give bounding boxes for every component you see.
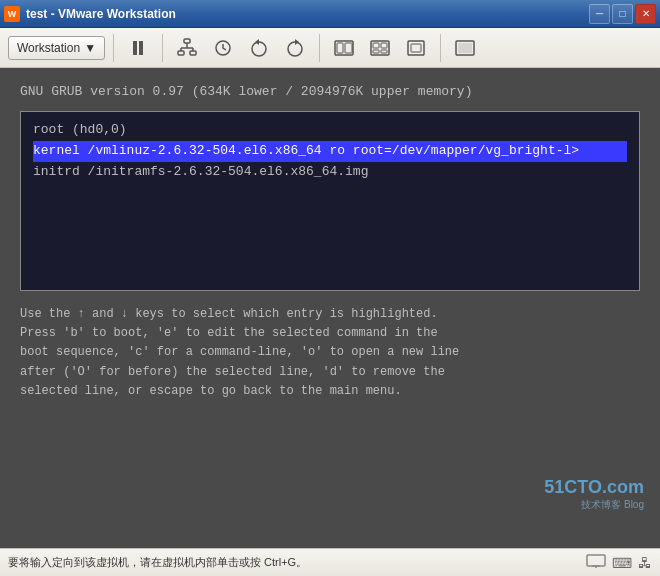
grub-line-2: initrd /initramfs-2.6.32-504.el6.x86_64.… [33, 162, 627, 183]
revert-button[interactable] [243, 34, 275, 62]
workstation-label: Workstation [17, 41, 80, 55]
svg-rect-22 [587, 555, 605, 566]
title-bar: W test - VMware Workstation ─ □ ✕ [0, 0, 660, 28]
toolbar-separator-4 [440, 34, 441, 62]
svg-rect-2 [190, 51, 196, 55]
splitscreen-icon [370, 40, 390, 56]
network-icon [177, 38, 197, 58]
vm-status-icon [586, 554, 606, 571]
workstation-dropdown-icon: ▼ [84, 41, 96, 55]
watermark: 51CTO.com 技术博客 Blog [544, 477, 644, 512]
status-right: ⌨ 🖧 [586, 554, 652, 571]
keyboard-status-icon: ⌨ [612, 555, 632, 571]
console-button[interactable] [449, 34, 481, 62]
svg-rect-17 [381, 50, 387, 53]
window-title: test - VMware Workstation [26, 7, 176, 21]
svg-rect-16 [373, 50, 379, 53]
snapshot-icon [213, 38, 233, 58]
pause-button[interactable] [122, 34, 154, 62]
revert-icon [249, 38, 269, 58]
app-icon: W [4, 6, 20, 22]
grub-menu-box: root (hd0,0) kernel /vmlinuz-2.6.32-504.… [20, 111, 640, 291]
vm-display[interactable]: GNU GRUB version 0.97 (634K lower / 2094… [0, 68, 660, 548]
toolbar-separator-3 [319, 34, 320, 62]
svg-rect-1 [178, 51, 184, 55]
pause-icon [133, 41, 143, 55]
resize-button[interactable] [400, 34, 432, 62]
console-icon [455, 40, 475, 56]
forward-icon [285, 38, 305, 58]
title-controls: ─ □ ✕ [589, 4, 656, 24]
splitscreen-button[interactable] [364, 34, 396, 62]
title-left: W test - VMware Workstation [4, 6, 176, 22]
grub-selected-line: kernel /vmlinuz-2.6.32-504.el6.x86_64 ro… [33, 141, 627, 162]
workstation-menu-button[interactable]: Workstation ▼ [8, 36, 105, 60]
close-button[interactable]: ✕ [635, 4, 656, 24]
svg-rect-21 [458, 43, 472, 53]
svg-rect-15 [381, 43, 387, 48]
grub-help-text: Use the ↑ and ↓ keys to select which ent… [20, 305, 640, 401]
maximize-button[interactable]: □ [612, 4, 633, 24]
svg-rect-0 [184, 39, 190, 43]
resize-icon [406, 40, 426, 56]
status-bar: 要将输入定向到该虚拟机，请在虚拟机内部单击或按 Ctrl+G。 ⌨ 🖧 [0, 548, 660, 576]
status-text: 要将输入定向到该虚拟机，请在虚拟机内部单击或按 Ctrl+G。 [8, 555, 307, 570]
grub-line-0: root (hd0,0) [33, 120, 627, 141]
toolbar: Workstation ▼ [0, 28, 660, 68]
svg-rect-19 [411, 44, 421, 52]
svg-rect-12 [345, 43, 352, 53]
minimize-button[interactable]: ─ [589, 4, 610, 24]
toolbar-separator-2 [162, 34, 163, 62]
svg-rect-14 [373, 43, 379, 48]
svg-rect-11 [337, 43, 343, 53]
fullscreen-button[interactable] [328, 34, 360, 62]
toolbar-separator-1 [113, 34, 114, 62]
network-button[interactable] [171, 34, 203, 62]
watermark-sub: 技术博客 Blog [544, 498, 644, 512]
forward-button[interactable] [279, 34, 311, 62]
svg-rect-18 [408, 41, 424, 55]
fullscreen-icon [334, 40, 354, 56]
network-status-icon: 🖧 [638, 555, 652, 571]
grub-line-1: kernel /vmlinuz-2.6.32-504.el6.x86_64 ro… [33, 141, 627, 162]
monitor-icon [586, 554, 606, 568]
watermark-site: 51CTO.com [544, 477, 644, 498]
grub-header: GNU GRUB version 0.97 (634K lower / 2094… [20, 84, 640, 99]
snapshot-button[interactable] [207, 34, 239, 62]
